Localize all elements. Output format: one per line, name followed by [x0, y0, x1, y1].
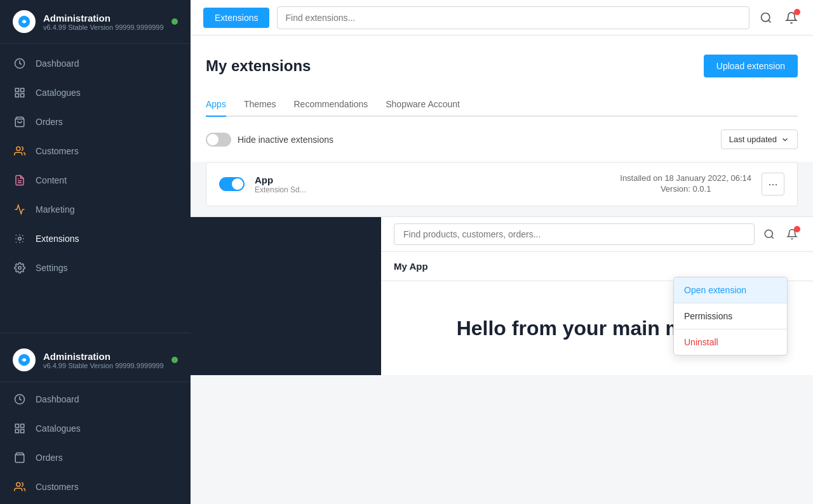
extension-info: App Extension Sd... — [255, 175, 610, 194]
brand-version-bottom: v6.4.99 Stable Version 99999.9999999 — [43, 362, 171, 369]
extension-card: App Extension Sd... Installed on 18 Janu… — [206, 162, 798, 206]
sidebar-item-customers-label: Customers — [36, 146, 79, 156]
orders-icon — [13, 115, 27, 129]
bottom-search-input[interactable] — [394, 223, 755, 245]
brand-info-bottom: Administration v6.4.99 Stable Version 99… — [43, 351, 171, 369]
svg-line-21 — [769, 20, 771, 22]
brand-logo — [13, 10, 36, 33]
extension-more-button[interactable]: ··· — [762, 173, 784, 196]
svg-point-11 — [18, 267, 22, 270]
sidebar-item-settings-label: Settings — [36, 263, 68, 273]
marketing-icon — [13, 202, 27, 216]
context-menu: Open extension Permissions Uninstall — [673, 277, 788, 355]
sidebar-item-orders[interactable]: Orders — [0, 107, 191, 136]
hide-inactive-toggle[interactable] — [206, 133, 231, 147]
search-button[interactable] — [757, 9, 775, 27]
page-header: My extensions Upload extension — [206, 55, 798, 77]
brand-section: Administration v6.4.99 Stable Version 99… — [0, 0, 191, 44]
svg-rect-3 — [21, 88, 24, 91]
tab-recommendations[interactable]: Recommendations — [294, 93, 368, 117]
content-icon — [13, 173, 27, 187]
upload-extension-button[interactable]: Upload extension — [704, 55, 798, 77]
svg-point-10 — [18, 237, 22, 241]
sort-label: Last updated — [729, 135, 777, 144]
dropdown-item-open[interactable]: Open extension — [674, 277, 787, 303]
brand-title-bottom: Administration — [43, 351, 171, 362]
extension-meta: Installed on 18 January 2022, 06:14 Vers… — [620, 173, 751, 195]
extensions-tab-button[interactable]: Extensions — [203, 8, 269, 28]
dropdown-item-uninstall[interactable]: Uninstall — [674, 329, 787, 355]
brand-title: Administration — [43, 13, 171, 23]
search-icon — [760, 11, 772, 24]
sidebar-item-extensions-label: Extensions — [36, 234, 79, 244]
sidebar-item-customers[interactable]: Customers — [0, 136, 191, 166]
customers-icon-2 — [13, 480, 27, 494]
svg-point-22 — [765, 230, 772, 237]
main-area: Extensions My extensions Upload extensio… — [191, 0, 813, 504]
catalogues-icon-2 — [13, 421, 27, 435]
tab-themes[interactable]: Themes — [244, 93, 276, 117]
online-status-dot — [171, 18, 178, 25]
notification-button[interactable] — [783, 9, 800, 27]
tabs-bar: Apps Themes Recommendations Shopware Acc… — [206, 93, 798, 117]
svg-point-7 — [17, 147, 20, 150]
svg-line-23 — [771, 236, 773, 238]
bottom-dashboard-label: Dashboard — [36, 394, 79, 404]
extension-toggle[interactable] — [219, 177, 245, 191]
sidebar-item-catalogues[interactable]: Catalogues — [0, 78, 191, 107]
bottom-search-bar — [381, 217, 813, 252]
sidebar-item-content[interactable]: Content — [0, 166, 191, 195]
search-icon-bottom — [763, 229, 775, 240]
chevron-down-icon — [781, 135, 789, 144]
svg-rect-5 — [21, 94, 24, 97]
brand-info: Administration v6.4.99 Stable Version 99… — [43, 13, 171, 31]
sidebar-item-orders2[interactable]: Orders — [0, 443, 191, 472]
extension-type: Extension Sd... — [255, 185, 610, 194]
extensions-icon — [13, 232, 27, 246]
extensions-search-input[interactable] — [277, 6, 749, 29]
extension-version: Version: 0.0.1 — [620, 184, 751, 194]
sidebar-bottom: Administration v6.4.99 Stable Version 99… — [0, 333, 191, 504]
sidebar-item-marketing-label: Marketing — [36, 204, 74, 215]
svg-rect-14 — [15, 424, 18, 427]
dropdown-item-permissions[interactable]: Permissions — [674, 303, 787, 329]
sidebar-item-marketing[interactable]: Marketing — [0, 195, 191, 224]
topbar: Extensions — [191, 0, 813, 36]
svg-rect-4 — [15, 94, 18, 97]
svg-rect-2 — [15, 88, 18, 91]
sidebar-item-extensions[interactable]: Extensions — [0, 224, 191, 253]
topbar-icons — [757, 9, 800, 27]
tab-shopware-account[interactable]: Shopware Account — [386, 93, 460, 117]
filter-row: Hide inactive extensions Last updated — [191, 117, 813, 162]
brand-section-bottom: Administration v6.4.99 Stable Version 99… — [0, 338, 191, 382]
svg-rect-17 — [21, 430, 24, 433]
tab-apps[interactable]: Apps — [206, 93, 226, 117]
svg-point-20 — [762, 13, 770, 21]
bottom-notification-button[interactable] — [784, 226, 800, 242]
svg-point-19 — [17, 482, 20, 486]
content-area: My extensions Upload extension Apps Them… — [191, 36, 813, 504]
content-upper: My extensions Upload extension Apps Them… — [191, 36, 813, 117]
sort-dropdown[interactable]: Last updated — [721, 129, 798, 149]
nav-list: Dashboard Catalogues Orders Customers Co… — [0, 44, 191, 333]
notification-badge-bottom — [794, 226, 800, 232]
svg-rect-15 — [21, 424, 24, 427]
bottom-search-button[interactable] — [761, 226, 777, 242]
sidebar-item-content-label: Content — [36, 175, 67, 185]
brand-version: v6.4.99 Stable Version 99999.9999999 — [43, 23, 171, 31]
orders-icon-2 — [13, 451, 27, 465]
svg-rect-16 — [15, 430, 18, 433]
sidebar: Administration v6.4.99 Stable Version 99… — [0, 0, 191, 504]
bottom-nav-list: Dashboard Catalogues Orders Customers — [0, 382, 191, 504]
sidebar-item-dashboard-label: Dashboard — [36, 58, 79, 69]
notification-badge — [794, 9, 800, 15]
sidebar-item-dashboard2[interactable]: Dashboard — [0, 385, 191, 414]
hide-inactive-label: Hide inactive extensions — [238, 135, 333, 145]
sidebar-item-catalogues2[interactable]: Catalogues — [0, 414, 191, 443]
dashboard-icon — [13, 56, 27, 70]
sidebar-item-settings[interactable]: Settings — [0, 253, 191, 282]
catalogues-icon — [13, 86, 27, 100]
sidebar-item-customers2[interactable]: Customers — [0, 472, 191, 501]
bottom-customers-label: Customers — [36, 482, 79, 492]
sidebar-item-dashboard[interactable]: Dashboard — [0, 49, 191, 78]
